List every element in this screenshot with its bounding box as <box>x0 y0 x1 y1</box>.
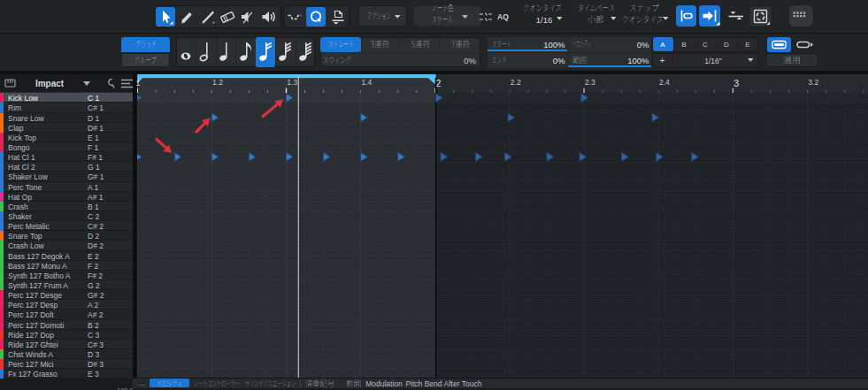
svg-text:3: 3 <box>734 78 739 88</box>
svg-text:2: 2 <box>436 78 442 88</box>
svg-text:1.3: 1.3 <box>287 78 297 87</box>
svg-text:2.3: 2.3 <box>585 78 595 87</box>
svg-text:1.4: 1.4 <box>362 78 373 87</box>
svg-text:1.2: 1.2 <box>212 78 223 87</box>
svg-text:2.4: 2.4 <box>659 78 670 87</box>
svg-text:2.2: 2.2 <box>511 78 521 87</box>
svg-text:3.2: 3.2 <box>808 78 818 87</box>
